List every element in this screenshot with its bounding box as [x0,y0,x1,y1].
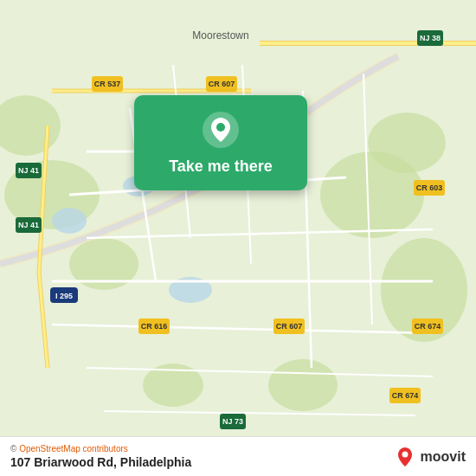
address-label: 107 Briarwood Rd, Philadelphia [10,455,191,469]
osm-credit: © OpenStreetMap contributors [10,444,191,453]
svg-text:NJ 41: NJ 41 [18,166,39,175]
svg-point-43 [402,451,408,457]
moovit-icon [393,445,417,469]
svg-text:NJ 41: NJ 41 [18,221,39,229]
moovit-logo: moovit [393,445,466,469]
take-me-there-label: Take me there [169,158,273,177]
osm-link[interactable]: OpenStreetMap contributors [19,444,128,453]
svg-point-42 [216,123,225,132]
svg-text:CR 674: CR 674 [415,322,441,331]
svg-text:CR 616: CR 616 [141,322,168,331]
svg-text:NJ 38: NJ 38 [420,34,441,42]
svg-text:I 295: I 295 [55,292,73,300]
moovit-text: moovit [421,449,466,465]
map-background: I 295 I 295 NJ 38 NJ 41 NJ 41 CR 537 CR … [0,0,476,476]
svg-point-9 [52,208,87,234]
svg-text:CR 537: CR 537 [94,80,121,88]
svg-text:CR 607: CR 607 [209,80,235,88]
svg-text:Moorestown: Moorestown [192,29,248,42]
svg-point-5 [268,359,338,411]
osm-prefix: © [10,444,19,453]
take-me-there-button[interactable]: Take me there [134,95,307,190]
map-container: I 295 I 295 NJ 38 NJ 41 NJ 41 CR 537 CR … [0,0,476,476]
bottom-bar: © OpenStreetMap contributors 107 Briarwo… [0,436,476,476]
svg-text:CR 607: CR 607 [276,322,303,331]
location-pin-icon [202,111,240,149]
svg-text:CR 603: CR 603 [416,183,443,192]
bottom-info: © OpenStreetMap contributors 107 Briarwo… [10,444,191,469]
svg-point-7 [368,113,446,173]
svg-text:NJ 73: NJ 73 [222,417,243,426]
svg-text:CR 674: CR 674 [392,391,419,400]
